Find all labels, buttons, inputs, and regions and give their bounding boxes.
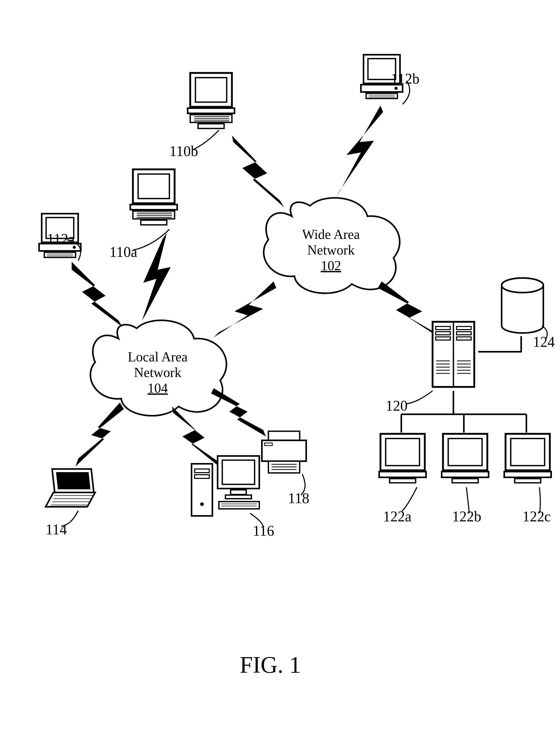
figure-caption: FIG. 1 xyxy=(240,651,301,678)
label-124: 124 xyxy=(533,333,555,350)
label-116: 116 xyxy=(253,523,274,539)
label-112b: 112b xyxy=(391,70,420,87)
label-122b: 122b xyxy=(452,508,481,525)
label-122c: 122c xyxy=(522,508,551,525)
label-114: 114 xyxy=(46,521,67,538)
label-110b: 110b xyxy=(169,143,198,160)
label-122a: 122a xyxy=(383,508,412,525)
label-120: 120 xyxy=(386,398,407,414)
label-112a: 112a xyxy=(47,230,75,247)
label-110a: 110a xyxy=(109,244,137,260)
label-118: 118 xyxy=(288,490,309,507)
